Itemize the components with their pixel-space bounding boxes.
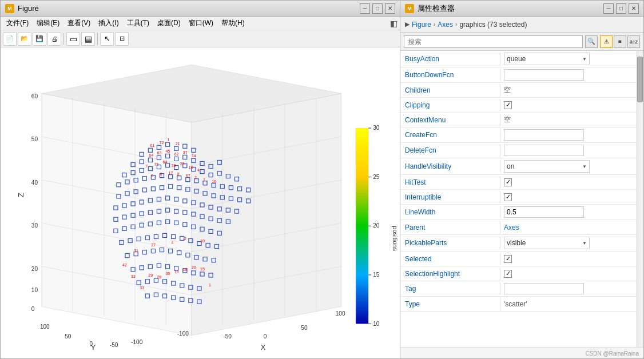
pi-maximize-button[interactable]: □ <box>616 3 626 14</box>
prop-row-linewidth: LineWidth <box>400 205 637 220</box>
prop-name-children[interactable]: Children <box>400 84 500 97</box>
breadcrumb-current: graphics (73 selected) <box>459 21 527 29</box>
prop-name-parent[interactable]: Parent <box>400 221 500 234</box>
new-figure-button[interactable]: 📄 <box>3 32 17 46</box>
property-list-container: BusyAction queue ▼ ButtonDownFcn Childre… <box>400 51 643 347</box>
linewidth-input[interactable] <box>504 206 584 218</box>
prop-value-interruptible <box>500 192 637 203</box>
deletefcn-input[interactable] <box>504 145 584 156</box>
prop-name-selectionhighlight[interactable]: SelectionHighlight <box>400 268 500 280</box>
data-cursor-button[interactable]: ⊡ <box>115 32 129 46</box>
pi-close-button[interactable]: ✕ <box>629 3 639 14</box>
prop-value-handlevisibility: on ▼ <box>500 158 637 174</box>
selected-checkbox[interactable] <box>504 255 512 263</box>
prop-name-contextmenu[interactable]: ContextMenu <box>400 114 500 126</box>
clipping-checkbox[interactable] <box>504 101 512 109</box>
menu-desktop[interactable]: 桌面(D) <box>154 17 184 29</box>
maximize-button[interactable]: □ <box>372 3 383 14</box>
menu-tools[interactable]: 工具(T) <box>124 17 153 29</box>
busyaction-dropdown[interactable]: queue ▼ <box>504 53 590 65</box>
prop-value-contextmenu: 空 <box>500 113 637 126</box>
createfcn-input[interactable] <box>504 129 584 141</box>
prop-name-selected[interactable]: Selected <box>400 253 500 265</box>
prop-row-handlevisibility: HandleVisibility on ▼ <box>400 158 637 175</box>
toggle-button-1[interactable]: ▭ <box>66 32 80 46</box>
scrollbar-track[interactable] <box>637 51 643 347</box>
prop-value-createfcn <box>500 127 637 142</box>
search-button[interactable]: 🔍 <box>585 35 598 48</box>
breadcrumb-axes[interactable]: Axes <box>438 21 453 29</box>
open-button[interactable]: 📂 <box>18 32 31 46</box>
menu-file[interactable]: 文件(F) <box>3 17 32 29</box>
hittest-checkbox[interactable] <box>504 178 512 186</box>
parent-link[interactable]: Axes <box>504 224 519 232</box>
prop-row-parent: Parent Axes <box>400 220 637 235</box>
selectionhighlight-checkbox[interactable] <box>504 270 512 278</box>
breadcrumb-figure[interactable]: Figure <box>412 21 431 29</box>
prop-name-linewidth[interactable]: LineWidth <box>400 206 500 218</box>
search-input[interactable] <box>404 35 583 48</box>
buttondownfcn-input[interactable] <box>504 69 584 81</box>
prop-name-buttondownfcn[interactable]: ButtonDownFcn <box>400 69 500 81</box>
colorbar-tick-15: 15 <box>373 272 380 278</box>
interruptible-checkbox[interactable] <box>504 193 512 201</box>
print-button[interactable]: 🖨 <box>47 32 61 46</box>
minimize-button[interactable]: ─ <box>360 3 370 14</box>
scrollbar-thumb[interactable] <box>637 57 643 102</box>
svg-text:33: 33 <box>140 286 144 290</box>
sort-button[interactable]: a↕z <box>627 35 640 48</box>
prop-name-busyaction[interactable]: BusyAction <box>400 53 500 65</box>
svg-text:38: 38 <box>172 163 176 167</box>
figure-title: Figure <box>18 4 39 13</box>
x-tick-50: 50 <box>301 325 308 331</box>
svg-text:31: 31 <box>134 249 138 253</box>
prop-name-type[interactable]: Type <box>400 298 500 310</box>
prop-name-deletefcn[interactable]: DeleteFcn <box>400 144 500 157</box>
handlevisibility-dropdown[interactable]: on ▼ <box>504 160 590 173</box>
tag-input[interactable] <box>504 283 584 294</box>
busyaction-dropdown-arrow: ▼ <box>582 57 587 62</box>
cursor-button[interactable]: ↖ <box>100 32 114 46</box>
prop-name-hittest[interactable]: HitTest <box>400 176 500 189</box>
menu-insert[interactable]: 插入(I) <box>95 17 122 29</box>
pickableparts-dropdown[interactable]: visible ▼ <box>504 237 590 249</box>
svg-text:4: 4 <box>197 168 200 172</box>
prop-row-deletefcn: DeleteFcn <box>400 143 637 158</box>
svg-text:17: 17 <box>169 171 173 175</box>
menu-edit[interactable]: 编辑(E) <box>33 17 63 29</box>
prop-row-hittest: HitTest <box>400 175 637 190</box>
prop-row-busyaction: BusyAction queue ▼ <box>400 51 637 67</box>
pi-minimize-button[interactable]: ─ <box>603 3 614 14</box>
prop-value-clipping <box>500 99 637 111</box>
prop-value-busyaction: queue ▼ <box>500 51 637 67</box>
save-button[interactable]: 💾 <box>33 32 46 46</box>
prop-name-handlevisibility[interactable]: HandleVisibility <box>400 160 500 173</box>
close-button[interactable]: ✕ <box>385 3 395 14</box>
svg-text:18: 18 <box>183 268 188 272</box>
list-view-button[interactable]: ≡ <box>614 35 626 48</box>
y-tick-50: 50 <box>65 333 71 340</box>
x-tick-0: 0 <box>264 333 267 340</box>
menu-view[interactable]: 查看(V) <box>64 17 94 29</box>
prop-name-pickableparts[interactable]: PickableParts <box>400 237 500 249</box>
svg-text:28: 28 <box>157 275 161 279</box>
side-panel-toggle[interactable]: ◧ <box>390 19 397 28</box>
svg-text:42: 42 <box>122 263 127 267</box>
prop-name-interruptible[interactable]: Interruptible <box>400 191 500 204</box>
toggle-button-2[interactable]: ▤ <box>81 32 95 46</box>
svg-text:14: 14 <box>192 154 196 158</box>
svg-text:73: 73 <box>154 162 158 166</box>
menu-window[interactable]: 窗口(W) <box>185 17 217 29</box>
colorbar <box>356 128 368 324</box>
prop-name-tag[interactable]: Tag <box>400 282 500 295</box>
prop-name-clipping[interactable]: Clipping <box>400 99 500 111</box>
prop-value-linewidth <box>500 205 637 220</box>
prop-value-children: 空 <box>500 83 637 97</box>
watermark: CSDN @RainaRaina <box>585 350 639 357</box>
z-tick-30: 30 <box>31 222 38 229</box>
handlevisibility-dropdown-arrow: ▼ <box>582 164 587 169</box>
prop-name-createfcn[interactable]: CreateFcn <box>400 129 500 141</box>
menu-help[interactable]: 帮助(H) <box>218 17 248 29</box>
warning-button[interactable]: ⚠ <box>600 35 613 48</box>
prop-row-clipping: Clipping <box>400 98 637 113</box>
